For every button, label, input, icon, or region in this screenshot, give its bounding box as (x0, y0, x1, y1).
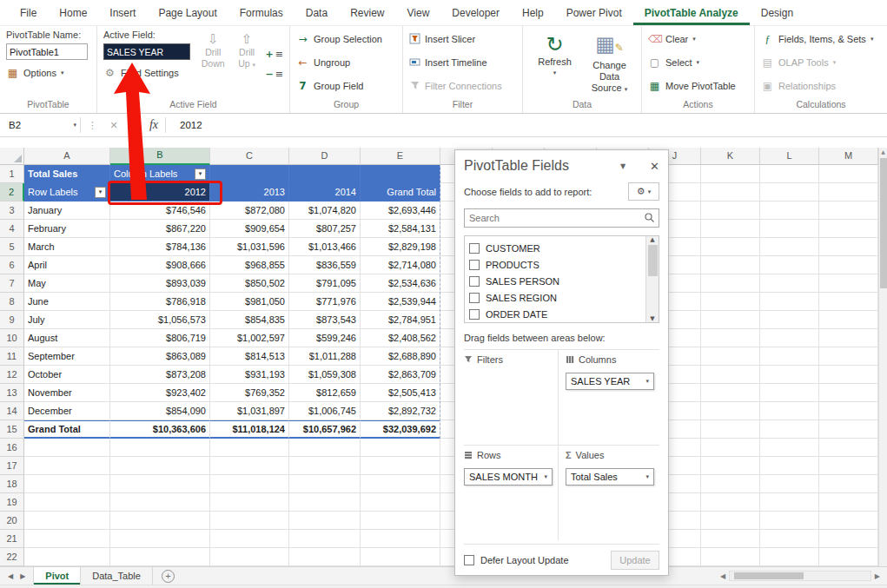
row-header-12[interactable]: 12 (0, 366, 24, 384)
cell-M11[interactable] (819, 347, 878, 366)
cell-K16[interactable] (701, 439, 760, 457)
ribbon-tab-power-pivot[interactable]: Power Pivot (555, 0, 633, 25)
cell-D9[interactable]: $873,543 (289, 311, 361, 329)
scroll-right-icon[interactable]: ▶ (875, 572, 880, 580)
cell-C18[interactable] (210, 475, 289, 493)
cell-B13[interactable]: $923,402 (110, 384, 210, 402)
cell-A15[interactable]: Grand Total (24, 420, 110, 439)
cell-L22[interactable] (760, 548, 819, 566)
cell-B6[interactable]: $908,666 (110, 256, 210, 274)
cell-A10[interactable]: August (24, 329, 110, 347)
field-item-sales-region[interactable]: SALES REGION (469, 289, 645, 306)
cell-D5[interactable]: $1,013,466 (289, 238, 361, 256)
cell-B22[interactable] (110, 548, 210, 566)
cell-C14[interactable]: $1,031,897 (210, 402, 289, 420)
cell-B15[interactable]: $10,363,606 (110, 420, 210, 439)
cell-M1[interactable] (819, 165, 878, 183)
cell-K13[interactable] (701, 384, 760, 402)
drill-down-button[interactable]: ⇩ Drill Down (198, 30, 228, 98)
ribbon-tab-file[interactable]: File (9, 0, 48, 25)
update-button[interactable]: Update (611, 551, 659, 570)
cell-C2[interactable]: 2013 (210, 183, 289, 202)
cell-D21[interactable] (289, 530, 361, 548)
cell-E15[interactable]: $32,039,692 (361, 420, 440, 439)
scroll-up-icon[interactable]: ▲ (879, 148, 887, 156)
cell-A6[interactable]: April (24, 256, 110, 274)
ribbon-tab-design[interactable]: Design (750, 0, 804, 25)
field-checkbox[interactable] (469, 243, 480, 254)
pivottable-name-input[interactable] (6, 43, 88, 60)
cell-M3[interactable] (819, 202, 878, 220)
row-header-3[interactable]: 3 (0, 202, 24, 220)
cell-A2[interactable]: Row Labels▾ (24, 183, 110, 202)
row-header-10[interactable]: 10 (0, 329, 24, 347)
defer-layout-checkbox[interactable] (464, 555, 474, 565)
cell-L9[interactable] (760, 311, 819, 329)
cell-C7[interactable]: $850,502 (210, 274, 289, 293)
cell-A20[interactable] (24, 512, 110, 530)
cell-D11[interactable]: $1,011,288 (289, 347, 361, 366)
insert-timeline-button[interactable]: Insert Timeline (409, 53, 516, 71)
ribbon-tab-view[interactable]: View (396, 0, 441, 25)
cell-A9[interactable]: July (24, 311, 110, 329)
cell-K11[interactable] (701, 347, 760, 366)
ribbon-tab-insert[interactable]: Insert (98, 0, 147, 25)
cell-E9[interactable]: $2,784,951 (361, 311, 440, 329)
refresh-button[interactable]: ↻ Refresh ▾ (529, 30, 580, 98)
row-header-5[interactable]: 5 (0, 238, 24, 256)
select-button[interactable]: ▢ Select ▾ (648, 53, 748, 71)
cell-D1[interactable] (289, 165, 361, 183)
close-icon[interactable]: ✕ (650, 160, 659, 173)
cell-B17[interactable] (110, 457, 210, 475)
row-header-14[interactable]: 14 (0, 402, 24, 420)
cell-K21[interactable] (701, 530, 760, 548)
zone-filters[interactable] (464, 369, 558, 445)
cell-M15[interactable] (819, 420, 878, 439)
cell-D17[interactable] (289, 457, 361, 475)
column-header-c[interactable]: C (210, 148, 289, 165)
ribbon-tab-data[interactable]: Data (295, 0, 339, 25)
cell-K9[interactable] (701, 311, 760, 329)
cell-C20[interactable] (210, 512, 289, 530)
column-header-d[interactable]: D (289, 148, 361, 165)
filter-dropdown-icon[interactable]: ▾ (95, 187, 106, 198)
vertical-scrollbar-thumb[interactable] (880, 158, 887, 288)
cell-B7[interactable]: $893,039 (110, 274, 210, 293)
insert-slicer-button[interactable]: Insert Slicer (409, 30, 516, 48)
cell-M16[interactable] (819, 439, 878, 457)
cell-E17[interactable] (361, 457, 440, 475)
cell-D6[interactable]: $836,559 (289, 256, 361, 274)
cell-A13[interactable]: November (24, 384, 110, 402)
cell-A11[interactable]: September (24, 347, 110, 366)
column-header-b[interactable]: B (110, 148, 210, 165)
cell-E14[interactable]: $2,892,732 (361, 402, 440, 420)
cell-M22[interactable] (819, 548, 878, 566)
cell-A16[interactable] (24, 439, 110, 457)
field-pill-sales-month[interactable]: SALES MONTH▾ (464, 468, 553, 486)
cell-L21[interactable] (760, 530, 819, 548)
horizontal-scroll-track[interactable] (729, 571, 871, 581)
cell-C9[interactable]: $854,835 (210, 311, 289, 329)
cell-C21[interactable] (210, 530, 289, 548)
cell-D2[interactable]: 2014 (289, 183, 361, 202)
cell-B18[interactable] (110, 475, 210, 493)
enter-icon[interactable]: ✓ (123, 120, 142, 131)
cell-D13[interactable]: $812,659 (289, 384, 361, 402)
cell-B1[interactable]: Column Labels▾ (110, 165, 210, 183)
fields-items-sets-button[interactable]: ƒ Fields, Items, & Sets ▾ (761, 30, 881, 48)
cell-L14[interactable] (760, 402, 819, 420)
cell-E19[interactable] (361, 493, 440, 512)
cell-E16[interactable] (361, 439, 440, 457)
cell-L16[interactable] (760, 439, 819, 457)
cell-M17[interactable] (819, 457, 878, 475)
cell-M20[interactable] (819, 512, 878, 530)
active-field-input[interactable] (103, 43, 190, 60)
field-item-products[interactable]: PRODUCTS (469, 256, 645, 273)
field-settings-button[interactable]: ⚙ Field Settings (103, 63, 195, 82)
cell-A17[interactable] (24, 457, 110, 475)
row-header-21[interactable]: 21 (0, 530, 24, 548)
cell-B5[interactable]: $784,136 (110, 238, 210, 256)
cell-B3[interactable]: $746,546 (110, 202, 210, 220)
select-all-corner[interactable] (0, 148, 24, 165)
tools-gear-button[interactable]: ⚙▾ (628, 182, 659, 201)
